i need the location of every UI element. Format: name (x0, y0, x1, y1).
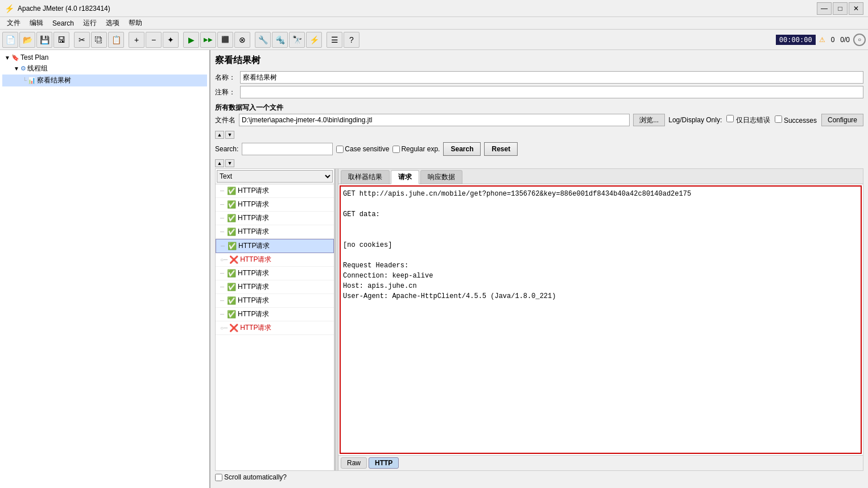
minimize-button[interactable]: — (817, 2, 832, 15)
content-line-10: Host: apis.juhe.cn (343, 281, 858, 291)
request-item-3[interactable]: ─ ✅ HTTP请求 (216, 212, 334, 225)
main-layout: ▼ 🔖 Test Plan ▼ ⚙ 线程组 └ 📊 察看结果树 察看结果树 名称… (0, 50, 868, 488)
expander-test-plan[interactable]: ▼ (3, 55, 11, 61)
request-item-8[interactable]: ─ ✅ HTTP请求 (216, 280, 334, 294)
script1-button[interactable]: 🔧 (255, 32, 271, 48)
warning-icon: ⚠ (819, 36, 825, 44)
tree-item-result-tree[interactable]: └ 📊 察看结果树 (2, 75, 207, 86)
prefix-11: ○─ (220, 325, 228, 331)
notes-row: 注释： (215, 86, 863, 98)
tab-bar: 取样器结果 请求 响应数据 (338, 169, 863, 184)
request-item-6[interactable]: ○─ ❌ HTTP请求 (216, 253, 334, 267)
request-item-11[interactable]: ○─ ❌ HTTP请求 (216, 321, 334, 335)
request-label-10: HTTP请求 (238, 309, 269, 319)
tree-item-thread-group[interactable]: ▼ ⚙ 线程组 (2, 63, 207, 75)
content-line-9: Connection: keep-alive (343, 271, 858, 281)
copy-button[interactable]: ⿻ (91, 32, 107, 48)
case-sensitive-label: Case sensitive (336, 145, 389, 153)
content-line-7 (343, 250, 858, 260)
func-helper-button[interactable]: ⚡ (306, 32, 322, 48)
notes-label: 注释： (215, 88, 238, 97)
case-sensitive-checkbox[interactable] (336, 146, 344, 153)
errors-checkbox[interactable] (726, 115, 734, 122)
request-item-2[interactable]: ─ ✅ HTTP请求 (216, 198, 334, 212)
successes-checkbox-label: Successes (775, 115, 817, 125)
search-button[interactable]: Search (443, 142, 481, 156)
save-as-button[interactable]: 🖫 (53, 32, 69, 48)
scroll-auto-checkbox[interactable] (215, 474, 222, 481)
menu-help[interactable]: 帮助 (124, 17, 147, 29)
regex-checkbox[interactable] (392, 146, 400, 153)
file-path-input[interactable] (239, 114, 630, 126)
expander-thread-group[interactable]: ▼ (13, 65, 20, 72)
status-ok-4: ✅ (227, 228, 236, 236)
notes-input[interactable] (240, 86, 863, 98)
scroll-arrows-2: ▲ ▼ (215, 159, 863, 167)
remove-button[interactable]: − (146, 32, 162, 48)
log-options: Log/Display Only: 仅日志错误 Successes Config… (668, 114, 863, 126)
start-no-pause-button[interactable]: ▶▶ (200, 32, 216, 48)
tab-sampler-result[interactable]: 取样器结果 (341, 170, 390, 184)
scroll-auto-text: Scroll automatically? (224, 473, 287, 481)
request-item-4[interactable]: ─ ✅ HTTP请求 (216, 225, 334, 239)
configure-button[interactable]: Configure (821, 114, 863, 126)
shutdown-button[interactable]: ⊗ (234, 32, 250, 48)
content-line-4 (343, 220, 858, 230)
menu-run[interactable]: 运行 (78, 17, 101, 29)
paste-button[interactable]: 📋 (108, 32, 124, 48)
fmt-tab-http[interactable]: HTTP (369, 457, 399, 469)
successes-checkbox[interactable] (775, 115, 782, 123)
help-button[interactable]: ? (344, 32, 359, 48)
scroll-down-arrow-2[interactable]: ▼ (225, 159, 234, 167)
new-button[interactable]: 📄 (2, 32, 18, 48)
clear-button[interactable]: ✦ (163, 32, 179, 48)
script2-button[interactable]: 🔩 (272, 32, 288, 48)
request-item-9[interactable]: ─ ✅ HTTP请求 (216, 294, 334, 308)
format-select[interactable]: Text HTML JSON XML (217, 170, 333, 183)
menu-edit[interactable]: 编辑 (25, 17, 48, 29)
stop-button[interactable]: ⬛ (217, 32, 233, 48)
scroll-up-arrow[interactable]: ▲ (215, 131, 224, 139)
request-item-1[interactable]: ─ ✅ HTTP请求 (216, 184, 334, 198)
request-item-10[interactable]: ─ ✅ HTTP请求 (216, 308, 334, 321)
scroll-up-arrow-2[interactable]: ▲ (215, 159, 224, 167)
cut-button[interactable]: ✂ (74, 32, 90, 48)
scroll-down-arrow[interactable]: ▼ (225, 131, 234, 139)
close-button[interactable]: ✕ (849, 2, 863, 15)
maximize-button[interactable]: □ (833, 2, 848, 15)
result-viewer: 察看结果树 名称： 注释： 所有数据写入一个文件 文件名 浏览... Log/D… (215, 55, 863, 483)
menu-search[interactable]: Search (48, 18, 78, 28)
case-sensitive-text: Case sensitive (345, 145, 389, 153)
request-item-7[interactable]: ─ ✅ HTTP请求 (216, 267, 334, 280)
tab-response[interactable]: 响应数据 (420, 170, 462, 184)
fmt-tab-raw[interactable]: Raw (341, 457, 367, 469)
connector-10: ─ (220, 311, 224, 317)
app-title: Apache JMeter (4.0 r1823414) (18, 5, 817, 13)
search-input[interactable] (242, 143, 333, 155)
status-circle[interactable]: ○ (853, 34, 866, 46)
app-icon: ⚡ (5, 4, 14, 13)
menu-file[interactable]: 文件 (2, 17, 25, 29)
status-ok-2: ✅ (227, 200, 236, 209)
request-list-panel: Text HTML JSON XML ─ ✅ HTTP请求 (216, 169, 335, 470)
remote-button[interactable]: 🔭 (289, 32, 305, 48)
name-input[interactable] (240, 71, 863, 84)
regex-label: Regular exp. (392, 145, 440, 153)
add-button[interactable]: + (129, 32, 144, 48)
list-button[interactable]: ☰ (326, 32, 342, 48)
open-button[interactable]: 📂 (19, 32, 35, 48)
tree-item-test-plan[interactable]: ▼ 🔖 Test Plan (2, 52, 207, 63)
save-button[interactable]: 💾 (36, 32, 52, 48)
request-label-2: HTTP请求 (238, 200, 269, 209)
status-err-6: ❌ (229, 255, 238, 264)
menu-options[interactable]: 选项 (101, 17, 124, 29)
reset-button[interactable]: Reset (484, 142, 518, 156)
content-line-6: [no cookies] (343, 240, 858, 250)
content-line-2 (343, 199, 858, 209)
all-data-section: 所有数据写入一个文件 (215, 103, 863, 113)
request-item-5[interactable]: ─ ✅ HTTP请求 (216, 239, 334, 253)
browse-button[interactable]: 浏览... (633, 114, 665, 126)
panel-title: 察看结果树 (215, 55, 863, 67)
start-button[interactable]: ▶ (183, 32, 199, 48)
tab-request[interactable]: 请求 (391, 170, 419, 184)
